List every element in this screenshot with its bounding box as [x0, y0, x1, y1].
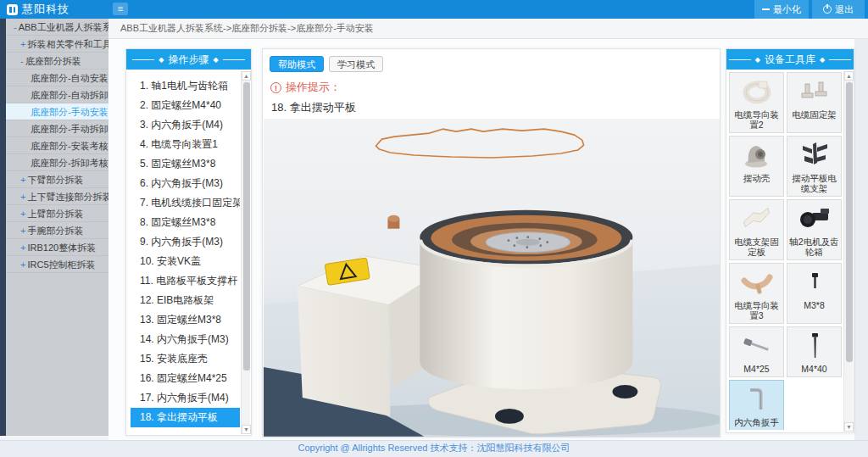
step-item[interactable]: 3. 内六角扳手(M4) — [131, 115, 240, 135]
steps-title: 操作步骤 — [169, 53, 209, 67]
step-item[interactable]: 9. 内六角扳手(M3) — [131, 232, 240, 252]
expand-icon[interactable]: + — [20, 259, 25, 270]
footer: Copyright @ Allrights Reserved 技术支持：沈阳慧阳… — [0, 440, 868, 457]
3d-viewport[interactable] — [264, 119, 720, 437]
tool-item-label: 轴2电机及齿轮箱 — [788, 237, 840, 257]
tool-item-label: M4*25 — [743, 364, 769, 374]
operation-hint: ! 操作提示： — [270, 80, 341, 95]
tool-item[interactable]: 轴2电机及齿轮箱 — [787, 199, 842, 260]
expand-icon[interactable]: + — [20, 192, 25, 202]
sidebar-item[interactable]: +IRC5控制柜拆装 — [6, 256, 108, 273]
scrollbar-thumb[interactable] — [243, 82, 250, 371]
expand-icon[interactable]: + — [20, 175, 25, 185]
step-item[interactable]: 7. 电机线缆接口固定架 — [131, 193, 240, 213]
minimize-label: 最小化 — [773, 3, 801, 16]
step-item[interactable]: 2. 固定螺丝M4*40 — [131, 96, 240, 115]
tool-item-label: M4*40 — [801, 364, 826, 374]
cable-guide-curved-icon — [737, 267, 776, 298]
sidebar-item[interactable]: +上臂部分拆装 — [6, 205, 108, 222]
tool-item[interactable]: 摆动平板电缆支架 — [787, 136, 842, 197]
cable-clamp-icon — [795, 76, 834, 107]
scroll-down-icon[interactable]: ▼ — [844, 422, 854, 432]
tool-item[interactable]: 电缆固定架 — [787, 72, 842, 133]
menu-fold-icon[interactable]: ≡ — [113, 3, 128, 15]
sidebar-item[interactable]: 底座部分-手动拆卸 — [6, 120, 108, 137]
expand-icon[interactable]: + — [20, 242, 25, 253]
sidebar-item[interactable]: 底座部分-手动安装 — [6, 103, 108, 120]
expand-icon[interactable]: + — [20, 39, 25, 49]
step-item[interactable]: 12. EIB电路板架 — [131, 291, 240, 310]
step-item[interactable]: 15. 安装底座壳 — [131, 349, 240, 369]
sidebar-item[interactable]: +拆装相关零件和工具清单 — [6, 36, 108, 53]
learn-mode-button[interactable]: 学习模式 — [329, 56, 383, 72]
tool-item[interactable]: M4*40 — [787, 326, 842, 377]
sidebar-item[interactable]: -底座部分拆装 — [6, 53, 108, 70]
steps-scrollbar[interactable]: ▲ ▼ — [241, 71, 250, 434]
breadcrumb: ABB工业机器人拆装系统->底座部分拆装->底座部分-手动安装 — [120, 19, 868, 38]
sidebar-item[interactable]: 底座部分-自动拆卸 — [6, 86, 108, 103]
steps-panel-header: ◆ 操作步骤 ◆ — [126, 49, 251, 70]
expand-icon[interactable]: + — [20, 209, 25, 219]
step-item[interactable]: 4. 电缆导向装置1 — [131, 135, 240, 154]
expand-icon[interactable]: + — [20, 226, 25, 236]
collapse-icon[interactable]: - — [20, 56, 24, 66]
tool-item-label: 摆动壳 — [743, 173, 771, 183]
sidebar-item[interactable]: 底座部分-拆卸考核 — [6, 154, 108, 171]
sidebar-item-label: 底座部分-手动拆卸 — [31, 124, 108, 134]
sidebar-item-label: 底座部分-拆卸考核 — [31, 158, 108, 168]
step-item[interactable]: 10. 安装VK盖 — [131, 252, 240, 271]
minimize-button[interactable]: 最小化 — [754, 0, 809, 19]
step-item[interactable]: 17. 内六角扳手(M4) — [131, 388, 240, 408]
alert-icon: ! — [270, 82, 281, 93]
scroll-up-icon[interactable]: ▲ — [844, 71, 854, 81]
sidebar-item-label: 下臂部分拆装 — [27, 175, 83, 185]
tool-item[interactable]: 内六角扳手 — [729, 380, 784, 430]
step-item[interactable]: 13. 固定螺丝M3*8 — [131, 310, 240, 330]
sidebar-item-label: 上下臂连接部分拆装 — [27, 192, 108, 202]
screw-angled-icon — [737, 331, 776, 361]
scroll-up-icon[interactable]: ▲ — [242, 71, 251, 81]
hint-label: 操作提示： — [286, 80, 341, 95]
sidebar-item[interactable]: +手腕部分拆装 — [6, 222, 108, 239]
exit-button[interactable]: 退出 — [812, 0, 865, 19]
sidebar-item-label: 底座部分-自动安装 — [31, 73, 108, 83]
step-item[interactable]: 16. 固定螺丝M4*25 — [131, 369, 240, 388]
tool-item[interactable]: M3*8 — [787, 263, 842, 324]
sidebar-item[interactable]: 底座部分-自动安装 — [6, 70, 108, 86]
step-item[interactable]: 14. 内六角扳手(M3) — [131, 330, 240, 349]
tool-item[interactable]: 摆动壳 — [729, 136, 784, 197]
steps-panel: ◆ 操作步骤 ◆ 1. 轴1电机与齿轮箱2. 固定螺丝M4*403. 内六角扳手… — [125, 48, 252, 436]
sidebar-item-label: 手腕部分拆装 — [27, 226, 83, 236]
sidebar-item-label: 底座部分-安装考核 — [31, 141, 108, 151]
step-item[interactable]: 18. 拿出摆动平板 — [131, 408, 240, 427]
step-item[interactable]: 11. 电路板平板支撑杆 — [131, 271, 240, 291]
sidebar-item[interactable]: +IRB120整体拆装 — [6, 239, 108, 256]
tools-panel: ◆ 设备工具库 ◆ 电缆导向装置2电缆固定架摆动壳摆动平板电缆支架电缆支架固定板… — [726, 48, 854, 433]
sidebar-item[interactable]: 底座部分-安装考核 — [6, 137, 108, 154]
logo-text: 慧阳科技 — [22, 2, 70, 17]
scrollbar-thumb[interactable] — [846, 82, 853, 362]
tool-item[interactable]: 电缆导向装置2 — [729, 72, 784, 133]
sidebar-menu: -ABB工业机器人拆装系统+拆装相关零件和工具清单-底座部分拆装底座部分-自动安… — [6, 19, 108, 436]
current-step-text: 18. 拿出摆动平板 — [271, 100, 356, 115]
tool-item[interactable]: M4*25 — [729, 326, 784, 377]
steps-list: 1. 轴1电机与齿轮箱2. 固定螺丝M4*403. 内六角扳手(M4)4. 电缆… — [126, 71, 240, 433]
tool-item[interactable]: 电缆支架固定板 — [729, 199, 784, 260]
help-mode-button[interactable]: 帮助模式 — [270, 56, 324, 72]
sidebar-item-label: 底座部分-自动拆卸 — [31, 90, 108, 100]
sidebar-item[interactable]: +上下臂连接部分拆装 — [6, 188, 108, 205]
step-item[interactable]: 8. 固定螺丝M3*8 — [131, 213, 240, 232]
sidebar-item[interactable]: +下臂部分拆装 — [6, 171, 108, 188]
tools-scrollbar[interactable]: ▲ ▼ — [843, 71, 853, 432]
tool-item[interactable]: 电缆导向装置3 — [729, 263, 784, 324]
step-item[interactable]: 5. 固定螺丝M3*8 — [131, 154, 240, 174]
step-item[interactable]: 6. 内六角扳手(M3) — [131, 174, 240, 193]
step-item[interactable]: 1. 轴1电机与齿轮箱 — [131, 76, 240, 96]
collapse-icon[interactable]: - — [14, 22, 17, 32]
scroll-down-icon[interactable]: ▼ — [242, 425, 251, 434]
sidebar-item-label: IRC5控制柜拆装 — [27, 259, 95, 270]
sidebar-item[interactable]: -ABB工业机器人拆装系统 — [6, 19, 108, 36]
sidebar-edge-strip — [0, 19, 6, 436]
tool-item-label: 摆动平板电缆支架 — [788, 173, 840, 193]
sidebar-item-label: 拆装相关零件和工具清单 — [27, 39, 108, 49]
